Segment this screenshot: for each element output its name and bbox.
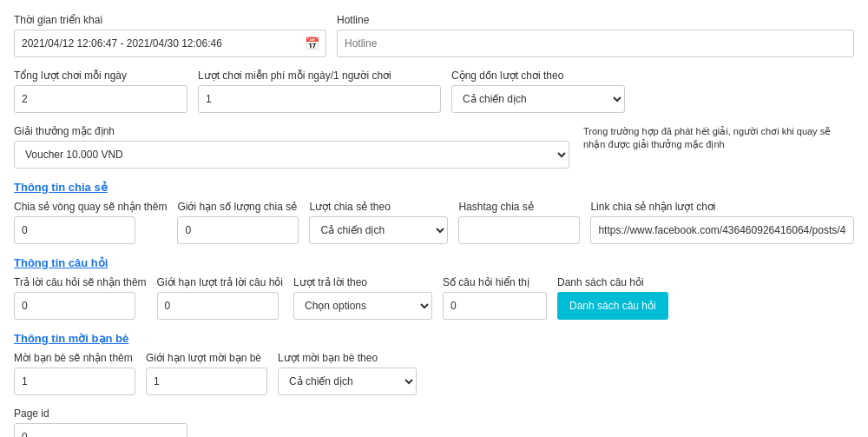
invite-info-title: Thông tin mời bạn bè: [14, 332, 854, 345]
cumulative-plays-label: Cộng dồn lượt chơi theo: [451, 70, 625, 82]
quiz-info-title: Thông tin câu hỏi: [14, 256, 854, 269]
share-limit-label: Giới hạn số lượng chia sẻ: [177, 201, 299, 213]
share-info-title: Thông tin chia sẻ: [14, 181, 854, 194]
share-limit-input[interactable]: [177, 216, 299, 244]
hashtag-label: Hashtag chia sẻ: [458, 201, 580, 213]
invite-turns-by-select[interactable]: Cả chiến dịch Ngày Tuần: [278, 367, 417, 395]
hashtag-input[interactable]: [458, 216, 580, 244]
hotline-input[interactable]: [337, 30, 854, 57]
share-turns-input[interactable]: [14, 216, 135, 244]
share-turns-label: Chia sẻ vòng quay sẽ nhận thêm: [14, 201, 167, 213]
free-plays-input[interactable]: [198, 85, 441, 113]
answer-limit-label: Giới hạn lượt trả lời câu hỏi: [157, 276, 283, 288]
share-link-input[interactable]: [590, 216, 854, 244]
free-plays-label: Lượt chơi miễn phí mỗi ngày/1 người chơi: [198, 70, 441, 82]
cumulative-plays-select[interactable]: Cả chiến dịch Ngày Tuần Tháng: [451, 85, 625, 113]
share-turns-by-label: Lượt chia sẻ theo: [309, 201, 448, 213]
deploy-time-input[interactable]: [14, 30, 326, 57]
total-plays-input[interactable]: [14, 85, 187, 113]
answer-turns-by-label: Lượt trả lời theo: [293, 276, 432, 288]
invite-turns-label: Mời bạn bè sẽ nhận thêm: [14, 352, 135, 364]
answer-turns-input[interactable]: [14, 292, 135, 320]
deploy-time-field: 📅: [14, 30, 326, 57]
answer-limit-input[interactable]: [157, 292, 279, 320]
invite-limit-input[interactable]: [146, 367, 267, 395]
hotline-label: Hotline: [337, 14, 854, 26]
question-list-button[interactable]: Danh sách câu hỏi: [557, 292, 668, 320]
total-plays-label: Tổng lượt chơi mỗi ngày: [14, 70, 187, 82]
page-id-label: Page id: [14, 407, 187, 420]
invite-turns-by-label: Lượt mời bạn bè theo: [278, 352, 417, 364]
answer-turns-by-select[interactable]: Chọn options Cả chiến dịch Ngày Tuần: [293, 292, 432, 320]
invite-limit-label: Giới hạn lượt mời bạn bè: [146, 352, 267, 364]
question-list-label: Danh sách câu hỏi: [557, 276, 668, 288]
visible-questions-input[interactable]: [443, 292, 547, 320]
default-reward-label: Giải thưởng mặc định: [14, 125, 569, 137]
invite-turns-input[interactable]: [14, 367, 135, 395]
deploy-time-label: Thời gian triển khai: [14, 14, 326, 26]
default-reward-select[interactable]: Voucher 10.000 VND Không có giải thưởng: [14, 141, 569, 169]
page-id-input[interactable]: [14, 423, 187, 437]
answer-turns-label: Trả lời câu hỏi sẽ nhận thêm: [14, 276, 147, 288]
reward-helper-text: Trong trường hợp đã phát hết giải, người…: [583, 125, 844, 152]
share-turns-by-select[interactable]: Cả chiến dịch Ngày Tuần: [309, 216, 448, 244]
share-link-label: Link chia sẻ nhận lượt chơi: [590, 201, 854, 213]
visible-questions-label: Số câu hỏi hiển thị: [443, 276, 547, 288]
